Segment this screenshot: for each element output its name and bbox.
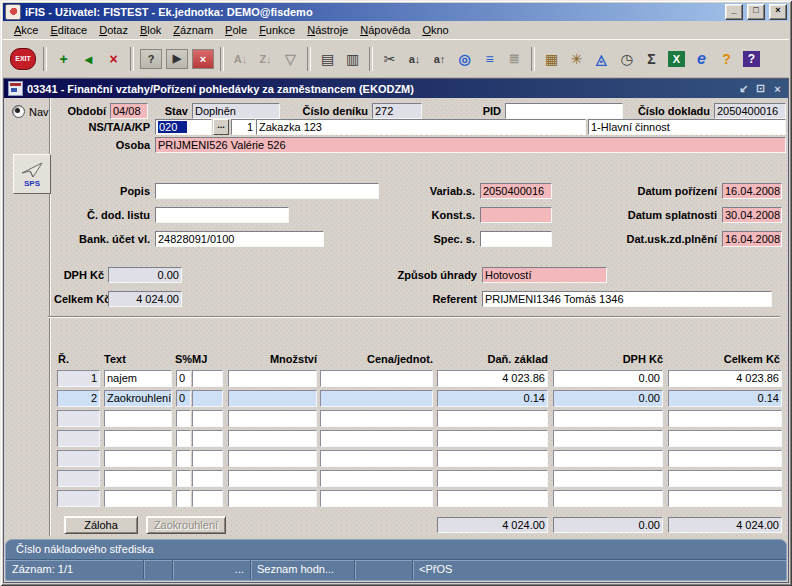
cell-text[interactable]: najem: [104, 370, 172, 387]
popis-field[interactable]: [155, 183, 379, 199]
cell-cena[interactable]: [320, 450, 433, 467]
stav-field[interactable]: Doplněn: [192, 103, 280, 119]
cell-dan[interactable]: [437, 410, 548, 427]
cell-s[interactable]: 0: [176, 370, 191, 387]
ns-name-field[interactable]: Zakazka 123: [256, 119, 586, 135]
cell-r[interactable]: 1: [57, 370, 100, 387]
cell-s[interactable]: [176, 450, 191, 467]
exit-icon[interactable]: EXIT: [8, 47, 38, 71]
cell-mnozstvi[interactable]: [228, 470, 317, 487]
menu-okno[interactable]: Okno: [416, 23, 454, 37]
navigator-icon[interactable]: ✳: [565, 47, 588, 71]
record-duplicate-icon[interactable]: ◂: [77, 47, 100, 71]
cell-celkem[interactable]: [668, 450, 782, 467]
print-batch-icon[interactable]: ▥: [341, 47, 364, 71]
cell-mnozstvi[interactable]: [228, 390, 317, 407]
cut-icon[interactable]: ✂: [378, 47, 401, 71]
cell-dan[interactable]: [437, 450, 548, 467]
cell-text[interactable]: [104, 470, 172, 487]
form-minimize-icon[interactable]: ↙: [737, 82, 750, 95]
cell-cena[interactable]: [320, 410, 433, 427]
cell-text[interactable]: [104, 450, 172, 467]
cell-r[interactable]: [57, 470, 100, 487]
cell-s[interactable]: [176, 410, 191, 427]
menu-editace[interactable]: Editace: [44, 23, 93, 37]
query-enter-icon[interactable]: ?: [140, 49, 162, 69]
cell-text[interactable]: Zaokrouhlení: [104, 390, 172, 407]
cell-celkem[interactable]: 0.14: [668, 390, 782, 407]
cell-r[interactable]: 2: [57, 390, 100, 407]
referent-field[interactable]: PRIJMENI1346 Tomáš 1346: [482, 291, 772, 307]
zaloha-button[interactable]: Záloha: [64, 516, 138, 534]
zaokrouhleni-button[interactable]: Zaokrouhlení: [146, 516, 226, 534]
menu-zaznam[interactable]: Záznam: [167, 23, 219, 37]
excel-export-icon[interactable]: X: [665, 47, 688, 71]
variab-s-field[interactable]: 2050400016: [480, 183, 552, 199]
ns-browse-button[interactable]: ...: [213, 119, 229, 135]
cinnost-field[interactable]: 1-Hlavní činnost: [588, 119, 786, 135]
cell-cena[interactable]: [320, 370, 433, 387]
cislo-deniku-field[interactable]: 272: [372, 103, 422, 119]
cell-dph[interactable]: 0.00: [553, 390, 663, 407]
datum-splatnosti-field[interactable]: 30.04.2008: [722, 207, 782, 223]
menu-pole[interactable]: Pole: [219, 23, 253, 37]
cell-text[interactable]: [104, 430, 172, 447]
cell-mj[interactable]: [192, 430, 223, 447]
menu-akce[interactable]: Akce: [8, 23, 44, 37]
cell-celkem[interactable]: [668, 490, 782, 507]
cell-cena[interactable]: [320, 430, 433, 447]
osoba-field[interactable]: PRIJMENI526 Valérie 526: [155, 137, 786, 153]
obdobi-field[interactable]: 04/08: [110, 103, 148, 119]
minimize-icon[interactable]: _: [725, 4, 743, 20]
cell-cena[interactable]: [320, 470, 433, 487]
browser-icon[interactable]: e: [690, 47, 713, 71]
cell-dph[interactable]: [553, 450, 663, 467]
menu-funkce[interactable]: Funkce: [253, 23, 301, 37]
record-delete-icon[interactable]: ×: [102, 47, 125, 71]
cell-dph[interactable]: [553, 470, 663, 487]
wizard-help-icon[interactable]: ?: [715, 47, 738, 71]
zpusob-uhrady-field[interactable]: Hotovostí: [482, 267, 607, 283]
query-execute-icon[interactable]: ▶: [166, 49, 188, 69]
form-restore-icon[interactable]: ⊡: [754, 82, 767, 95]
cell-mj[interactable]: [192, 490, 223, 507]
copy-field-up-icon[interactable]: a↑: [428, 47, 451, 71]
cell-mj[interactable]: [192, 410, 223, 427]
monitor-icon[interactable]: ◬: [590, 47, 613, 71]
filter-icon[interactable]: ▽: [279, 47, 302, 71]
cell-dph[interactable]: [553, 490, 663, 507]
menu-dotaz[interactable]: Dotaz: [93, 23, 134, 37]
cell-dph[interactable]: [553, 430, 663, 447]
cell-r[interactable]: [57, 410, 100, 427]
menu-blok[interactable]: Blok: [134, 23, 167, 37]
sort-asc-icon[interactable]: A↓: [229, 47, 252, 71]
cell-s[interactable]: 0: [176, 390, 191, 407]
spec-s-field[interactable]: [480, 231, 552, 247]
zoom-detail-icon[interactable]: ◎: [453, 47, 476, 71]
cislo-dokladu-field[interactable]: 2050400016: [714, 103, 786, 119]
cell-celkem[interactable]: [668, 470, 782, 487]
cell-celkem[interactable]: [668, 430, 782, 447]
sum-icon[interactable]: Σ: [640, 47, 663, 71]
cell-celkem[interactable]: [668, 410, 782, 427]
konst-s-field[interactable]: [480, 207, 552, 223]
close-icon[interactable]: ×: [769, 4, 787, 20]
menu-napoveda[interactable]: Nápověda: [354, 23, 416, 37]
cell-dph[interactable]: 0.00: [553, 370, 663, 387]
tree-view-icon[interactable]: ≣: [503, 47, 526, 71]
cell-dan[interactable]: [437, 470, 548, 487]
copy-field-down-icon[interactable]: a↓: [403, 47, 426, 71]
cell-dan[interactable]: 4 023.86: [437, 370, 548, 387]
print-icon[interactable]: ▤: [316, 47, 339, 71]
form-close-icon[interactable]: ×: [771, 83, 784, 95]
cell-celkem[interactable]: 4 023.86: [668, 370, 782, 387]
menu-nastroje[interactable]: Nástroje: [301, 23, 354, 37]
ta-field[interactable]: 1: [231, 119, 256, 135]
cell-mj[interactable]: [192, 470, 223, 487]
cell-dan[interactable]: [437, 490, 548, 507]
cell-mj[interactable]: [192, 370, 223, 387]
datum-porizeni-field[interactable]: 16.04.2008: [722, 183, 782, 199]
cell-cena[interactable]: [320, 390, 433, 407]
pid-field[interactable]: [505, 103, 623, 119]
cell-cena[interactable]: [320, 490, 433, 507]
